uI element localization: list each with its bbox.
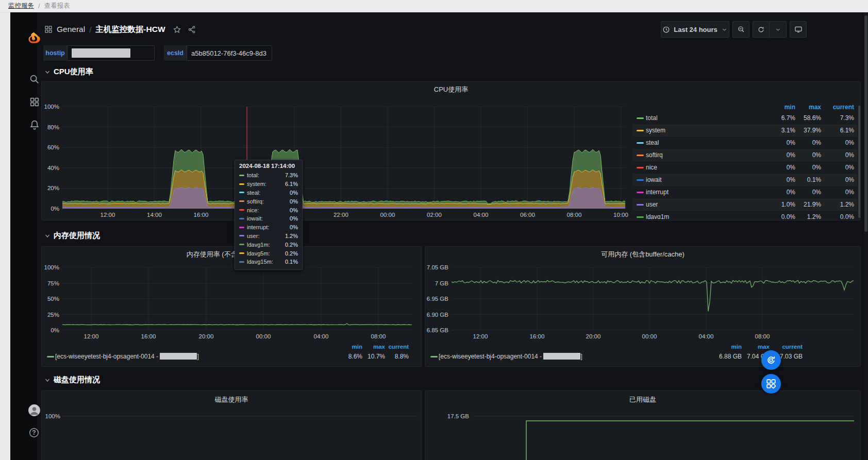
legend-column-header[interactable]: max (795, 104, 821, 111)
legend-value: 1.2% (795, 213, 821, 219)
axis-tick-label: 08:00 (755, 333, 770, 340)
legend-row[interactable]: nice0%0%0% (632, 161, 857, 174)
dashboards-grid-icon[interactable] (29, 96, 40, 108)
section-header-memory[interactable]: 内存使用情况 (44, 231, 100, 241)
legend-column-header[interactable]: current (770, 344, 803, 350)
tooltip-row: nice:0% (239, 206, 298, 214)
folder-name[interactable]: General (57, 25, 85, 34)
tooltip-series-name: system: (247, 181, 266, 187)
legend-column-header[interactable]: max (362, 344, 385, 350)
chevron-down-icon (775, 26, 781, 33)
tooltip-row: system:6.1% (239, 180, 298, 189)
series-total-line (62, 149, 625, 203)
legend-value: 21.9% (795, 201, 821, 208)
legend-series-name[interactable]: softirq (645, 151, 766, 159)
legend-value: 0% (766, 139, 795, 146)
tooltip-series-dash (239, 192, 244, 193)
legend-column-header[interactable]: min (331, 344, 362, 350)
legend-series-name[interactable]: iowait (645, 176, 766, 183)
tooltip-series-value: 0.1% (285, 259, 298, 265)
legend-row[interactable]: total6.7%58.6%7.3% (632, 112, 857, 124)
console-apps-fab-button[interactable] (761, 374, 781, 394)
legend-row[interactable]: interrupt0%0%0% (632, 186, 857, 198)
chevron-down-icon (44, 377, 51, 383)
redacted-legend-text (543, 353, 580, 360)
section-header-cpu[interactable]: CPU使用率 (44, 67, 93, 77)
legend-value: 0.0% (821, 213, 854, 219)
legend-row[interactable]: [ecs-wiseeyetest-bj4-opsagent-0014 - ]6.… (430, 351, 805, 362)
apps-grid-icon[interactable] (44, 25, 53, 33)
tooltip-timestamp: 2024-08-18 17:14:00 (239, 163, 298, 169)
legend-value: 0% (795, 139, 821, 146)
variable-value-hostip[interactable] (67, 45, 155, 61)
memory-usage-panel-title[interactable]: 内存使用率 (不含buffer/cache) (42, 250, 421, 259)
star-icon[interactable] (173, 25, 181, 34)
legend-row[interactable]: user1.0%21.9%1.2% (632, 198, 857, 211)
legend-scrollbar-thumb[interactable] (858, 106, 861, 218)
axis-tick-label: 7 GB (435, 280, 448, 286)
legend-row[interactable]: steal0%0%0% (632, 137, 857, 149)
variable-value-ecsid[interactable]: a5b85012-76f3-46c9-8d3 (187, 45, 272, 61)
axis-tick-label: 04:00 (474, 212, 489, 218)
legend-column-header[interactable]: current (821, 104, 854, 111)
legend-value: 6.88 GB (711, 353, 742, 360)
tooltip-series-name: ldavg1m: (247, 242, 270, 248)
legend-row[interactable]: [ecs-wiseeyetest-bj4-opsagent-0014 - ]8.… (47, 351, 411, 362)
axis-tick-label: 22:00 (333, 212, 348, 218)
cpu-panel-title[interactable]: CPU使用率 (42, 85, 860, 94)
legend-row[interactable]: iowait0%0.1%0% (632, 174, 857, 186)
kiosk-tv-button[interactable] (790, 21, 807, 38)
tooltip-series-dash (239, 244, 244, 245)
time-range-picker[interactable]: Last 24 hours (661, 21, 729, 38)
axis-tick-label: 12:00 (101, 212, 115, 218)
legend-series-name[interactable]: ldavg1m (645, 213, 766, 219)
legend-series-name[interactable]: system (645, 127, 766, 134)
chevron-down-icon (721, 26, 728, 33)
share-icon[interactable] (188, 25, 196, 34)
tooltip-series-name: user: (247, 233, 259, 239)
disk-usage-panel-title[interactable]: 磁盘使用率 (42, 395, 421, 404)
assistant-fab-button[interactable] (761, 350, 781, 370)
page-scrollbar-thumb[interactable] (864, 15, 867, 232)
dashboard-title: 主机监控数据-HCW (95, 24, 165, 35)
help-icon[interactable]: ? (28, 427, 40, 438)
series-system-line (62, 170, 625, 205)
legend-value: 1.0% (766, 201, 795, 208)
memory-available-panel-title[interactable]: 可用内存 (包含buffer/cache) (425, 250, 860, 259)
axis-tick-label: 100% (44, 264, 59, 271)
legend-series-name[interactable]: nice (645, 164, 766, 171)
legend-column-header[interactable]: max (742, 344, 770, 350)
search-icon[interactable] (29, 74, 40, 85)
disk-used-panel-title[interactable]: 已用磁盘 (425, 395, 860, 404)
legend-series-dash (637, 155, 644, 156)
legend-series-name[interactable]: steal (645, 139, 766, 146)
grafana-logo-icon[interactable] (27, 31, 41, 45)
breadcrumb-link-monitor[interactable]: 监控服务 (8, 2, 34, 10)
legend-series-name[interactable]: user (645, 201, 766, 208)
legend-series-name[interactable]: interrupt (645, 189, 766, 196)
tooltip-series-name: steal: (247, 190, 260, 196)
axis-tick-label: 6.90 GB (427, 311, 448, 318)
refresh-button[interactable] (753, 21, 770, 38)
user-avatar[interactable] (28, 404, 41, 417)
refresh-icon (757, 26, 765, 33)
refresh-interval-dropdown[interactable] (770, 21, 787, 38)
legend-row[interactable]: ldavg1m0.0%1.2%0.0% (632, 211, 857, 219)
section-header-disk[interactable]: 磁盘使用情况 (44, 375, 100, 385)
legend-column-header[interactable]: min (766, 104, 795, 111)
legend-value: 0% (795, 189, 821, 196)
legend-column-header[interactable]: min (711, 344, 742, 350)
axis-tick-label: 60% (47, 144, 59, 151)
legend-value: 0% (766, 151, 795, 159)
legend-column-header[interactable]: current (385, 344, 409, 350)
zoom-out-button[interactable] (732, 21, 749, 38)
legend-series-name[interactable]: [ecs-wiseeyetest-bj4-opsagent-0014 - ] (438, 353, 711, 360)
tooltip-row: ldavg15m:0.1% (239, 258, 298, 266)
tooltip-series-value: 0% (290, 215, 298, 222)
axis-tick-label: 100% (44, 104, 59, 110)
legend-series-name[interactable]: total (645, 114, 766, 122)
legend-series-name[interactable]: [ecs-wiseeyetest-bj4-opsagent-0014 - ] (54, 353, 331, 360)
legend-row[interactable]: softirq0%0%0% (632, 149, 857, 161)
alerting-bell-icon[interactable] (29, 119, 40, 130)
legend-row[interactable]: system3.1%37.9%6.1% (632, 124, 857, 137)
